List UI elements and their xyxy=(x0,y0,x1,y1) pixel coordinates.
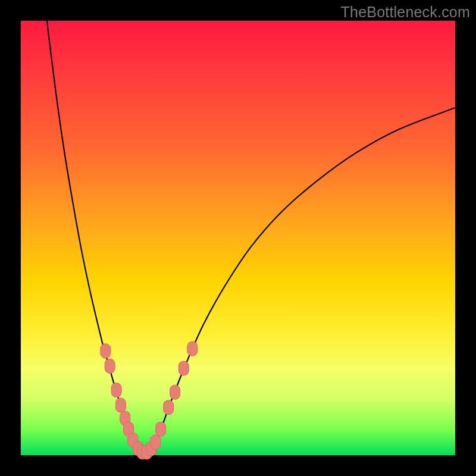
curve-right-branch xyxy=(142,108,455,453)
data-marker xyxy=(115,398,126,412)
data-marker xyxy=(178,361,189,375)
data-marker xyxy=(156,422,166,436)
chart-frame: TheBottleneck.com xyxy=(0,0,476,476)
data-marker xyxy=(105,359,115,373)
chart-svg xyxy=(21,21,455,455)
data-marker xyxy=(101,344,111,358)
data-marker xyxy=(151,435,161,449)
data-markers xyxy=(101,342,198,459)
data-marker xyxy=(164,400,174,415)
data-marker xyxy=(187,342,198,356)
data-marker xyxy=(111,383,121,397)
watermark-text: TheBottleneck.com xyxy=(341,4,470,21)
chart-plot-area xyxy=(21,21,455,455)
curve-left-branch xyxy=(47,21,138,450)
data-marker xyxy=(170,385,180,399)
